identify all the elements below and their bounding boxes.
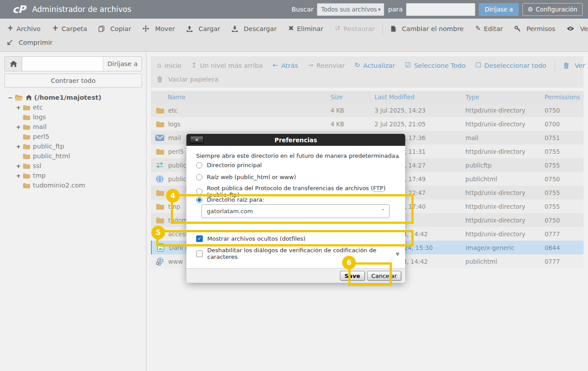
download-button[interactable]: Descargar (226, 25, 282, 32)
home-dir-button[interactable]: ⌂ Inicio (157, 62, 186, 69)
header-go-button[interactable]: Diríjase a (479, 3, 518, 16)
radio-icon[interactable] (196, 188, 202, 195)
copy-button[interactable]: Copiar (93, 25, 137, 32)
home-button[interactable] (5, 57, 22, 71)
view-button[interactable]: Ver (561, 25, 588, 32)
key-icon (514, 26, 521, 32)
sidebar-go-button[interactable]: Diríjase a (103, 57, 142, 71)
domain-select-value: gatorlatam.com (207, 208, 253, 215)
file-permissions: 0750 (545, 107, 584, 114)
scroll-up-icon[interactable]: ▲ (396, 153, 399, 159)
header-search-area: Buscar Todos sus archivos ▾ para Diríjas… (292, 3, 584, 16)
expand-icon[interactable]: + (16, 172, 23, 179)
new-file-label: Archivo (16, 25, 40, 32)
download-icon (232, 26, 238, 32)
file-icon (391, 26, 396, 32)
file-type: httpd/unix-directory (466, 230, 545, 238)
delete-button[interactable]: ✖ Eliminar (282, 25, 329, 32)
scroll-down-icon[interactable]: ▼ (396, 251, 399, 257)
refresh-icon: ↻ (355, 62, 360, 69)
sidebar: Diríjase a Contraer todo − (/home1/majot… (0, 52, 146, 371)
edit-button[interactable]: ✎ Editar (470, 25, 509, 32)
tree-node-label: public_html (33, 152, 70, 160)
file-permissions: 0644 (545, 244, 584, 251)
rename-button[interactable]: Cambiar el nombre (385, 25, 469, 32)
refresh-button[interactable]: ↻ Actualizar (350, 62, 400, 69)
radio-selected-icon[interactable] (196, 197, 202, 203)
expand-icon[interactable]: + (16, 124, 23, 130)
column-header-permissions[interactable]: Permissions (545, 94, 584, 101)
path-input[interactable] (22, 57, 103, 71)
tree-node-mail[interactable]: + mail (0, 122, 146, 132)
back-button[interactable]: ← Atrás (268, 62, 303, 69)
tree-node-label: public_ftp (33, 143, 64, 150)
tree-node-home[interactable]: − (/home1/majotest) (0, 93, 146, 102)
save-button[interactable]: Save (340, 271, 364, 281)
table-row[interactable]: logs 4 KB 2 jul 2025, 21:05 httpd/unix-d… (151, 117, 584, 131)
show-hidden-files-checkbox[interactable]: ✓ Mostrar archivos ocultos (dotfiles) (196, 235, 305, 242)
select-all-button[interactable]: ☑ Seleccione Todo (400, 62, 470, 69)
table-row[interactable]: etc 4 KB 3 jul 2025, 14:23 httpd/unix-di… (151, 103, 584, 117)
home-icon: ⌂ (157, 62, 162, 69)
tree-node-logs[interactable]: logs (0, 112, 146, 122)
forward-button[interactable]: → Reenviar (303, 62, 350, 69)
close-button[interactable]: ✕ (190, 136, 204, 144)
tree-node-tmp[interactable]: + tmp (0, 171, 146, 180)
tree-node-label: logs (33, 113, 46, 121)
move-button[interactable]: Mover (137, 25, 181, 32)
column-header-modified[interactable]: Last Modified (375, 94, 466, 101)
restore-button[interactable]: ↺ Restaurar (329, 25, 380, 32)
file-size: 4 KB (331, 107, 375, 114)
collapse-all-button[interactable]: Contraer todo (4, 74, 142, 88)
directory-tree: − (/home1/majotest) + etc logs + mail pe… (0, 93, 146, 190)
disable-encoding-dialogs-checkbox[interactable]: Deshabilitar los diálogos de verificació… (196, 247, 405, 260)
expand-icon[interactable]: + (16, 143, 23, 150)
search-connector-label: para (388, 6, 403, 13)
file-name: Dark l (169, 244, 187, 251)
dialog-body: Siempre abra este directorio en el futur… (186, 146, 405, 268)
option-document-root[interactable]: Directorio raíz para: (196, 196, 264, 203)
file-permissions: 0755 (545, 148, 584, 155)
permissions-button[interactable]: Permisos (509, 25, 561, 32)
option-web-root[interactable]: Raíz web (public_html or www) (196, 174, 296, 180)
tree-node-ssl[interactable]: + ssl (0, 161, 146, 171)
empty-trash-button[interactable]: Vaciar papelera (157, 76, 223, 83)
radio-icon[interactable] (196, 162, 202, 168)
search-input[interactable] (406, 3, 475, 16)
file-name: ssl (168, 189, 176, 196)
column-header-size[interactable]: Size (331, 94, 375, 101)
compress-button[interactable]: Comprimir (7, 39, 58, 46)
tree-node-tudominio2[interactable]: tudominio2.com (0, 180, 146, 190)
deselect-all-button[interactable]: ☐ Deseleccionar todo (470, 62, 551, 69)
collapse-expander-icon[interactable]: − (8, 94, 15, 101)
new-file-button[interactable]: + Archivo (7, 25, 46, 32)
view-trash-button[interactable]: Ver la papelera (559, 62, 588, 69)
checkbox-unchecked-icon[interactable] (196, 250, 203, 257)
option-home-directory[interactable]: Directorio principal (196, 162, 262, 168)
tree-node-public-ftp[interactable]: + public_ftp (0, 141, 146, 151)
expand-icon[interactable]: + (16, 104, 23, 111)
expand-icon[interactable]: + (16, 163, 23, 169)
eye-icon (567, 26, 574, 31)
search-scope-select[interactable]: Todos sus archivos ▾ (317, 3, 384, 16)
column-header-type[interactable]: Type (466, 94, 545, 101)
tree-node-public-html[interactable]: public_html (0, 151, 146, 161)
domain-select[interactable]: gatorlatam.com ˅ (201, 204, 390, 218)
plus-icon: + (7, 24, 13, 32)
open-folder-icon (15, 94, 23, 101)
home-icon (26, 95, 32, 100)
new-folder-button[interactable]: + Carpeta (46, 25, 93, 32)
upload-button[interactable]: Cargar (181, 25, 226, 32)
tree-node-etc[interactable]: + etc (0, 102, 146, 112)
file-permissions: 0750 (545, 176, 584, 183)
up-one-level-button[interactable]: ↥ Un nivel más arriba (186, 62, 268, 69)
radio-icon[interactable] (196, 174, 202, 180)
view-trash-label: Ver la papelera (575, 62, 588, 69)
cancel-button[interactable]: Cancelar (367, 271, 401, 281)
column-header-name[interactable]: Name (151, 94, 331, 101)
file-type: publichtml (466, 176, 545, 183)
tree-node-perl5[interactable]: perl5 (0, 132, 146, 141)
checkbox-checked-icon[interactable]: ✓ (196, 235, 203, 242)
settings-button[interactable]: ⚙ Configuración (522, 3, 583, 16)
pencil-icon: ✎ (475, 25, 481, 32)
